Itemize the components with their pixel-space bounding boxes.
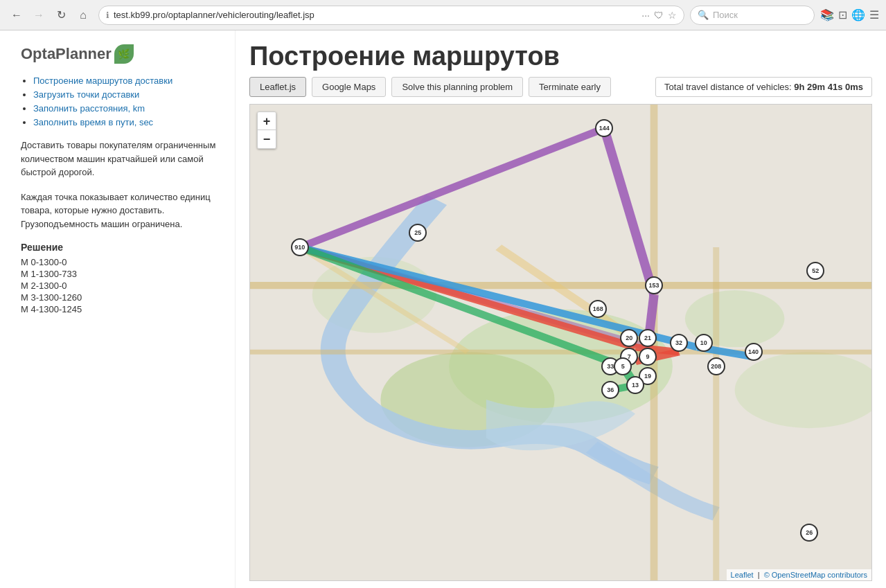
main-container: OptaPlanner 🌿 Построение маршрутов доста… [0,30,886,588]
distance-value: 9h 29m 41s 0ms [794,82,863,92]
distance-label: Total travel distance of vehicles: [664,82,792,92]
more-icon: ··· [641,10,650,21]
tab-gmaps[interactable]: Google Maps [312,77,386,97]
marker-52[interactable]: 52 [806,262,824,280]
solution-item: М 0-1300-0 [21,257,221,267]
map-background: + − 144 910 25 168 153 52 32 10 21 20 7 … [250,105,871,580]
logo-leaf-icon: 🌿 [114,44,134,64]
nav-link-distances[interactable]: Заполнить расстояния, km [33,103,145,114]
solution-item: М 2-1300-0 [21,280,221,291]
tab-leaflet[interactable]: Leaflet.js [249,77,306,97]
lock-icon: ℹ [106,10,109,20]
search-bar[interactable]: 🔍 Поиск [690,6,815,25]
nav-link-item: Заполнить время в пути, sec [33,116,221,127]
marker-5[interactable]: 5 [614,357,632,375]
solution-item: М 1-1300-733 [21,269,221,279]
nav-link-item: Загрузить точки доставки [33,89,221,100]
layout-icon[interactable]: ⊡ [838,8,847,21]
marker-26[interactable]: 26 [800,524,818,542]
nav-buttons: ← → ↻ ⌂ [7,6,93,25]
refresh-button[interactable]: ↻ [51,6,71,25]
terminate-button[interactable]: Terminate early [529,77,611,97]
solution-item: М 4-1300-1245 [21,304,221,314]
nav-link-load[interactable]: Загрузить точки доставки [33,89,139,100]
osm-link[interactable]: © OpenStreetMap contributors [764,571,867,579]
address-bar-icons: ··· 🛡 ☆ [641,10,677,21]
marker-144[interactable]: 144 [595,119,613,137]
controls-bar: Leaflet.js Google Maps Solve this planni… [236,77,886,104]
back-button[interactable]: ← [7,6,26,25]
marker-36[interactable]: 36 [601,381,619,399]
browser-chrome: ← → ↻ ⌂ ℹ test.kb99.pro/optaplanner/vehi… [0,0,886,30]
marker-9[interactable]: 9 [639,348,657,366]
browser-toolbar: 📚 ⊡ 🌐 ☰ [820,8,879,21]
address-bar[interactable]: ℹ test.kb99.pro/optaplanner/vehiclerouti… [98,6,684,25]
page-title: Построение маршрутов [236,30,886,77]
star-icon: ☆ [668,10,677,21]
marker-13[interactable]: 13 [626,376,644,394]
sidebar: OptaPlanner 🌿 Построение маршрутов доста… [0,30,236,588]
nav-link-time[interactable]: Заполнить время в пути, sec [33,117,153,127]
solution-label: Решение [21,242,221,253]
marker-168[interactable]: 168 [589,300,607,318]
zoom-controls: + − [257,112,276,149]
logo-text: OptaPlanner [21,45,112,63]
zoom-in-button[interactable]: + [258,112,276,130]
description-1: Доставить товары покупателям ограниченны… [21,139,221,179]
nav-link-item: Построение маршрутов доставки [33,75,221,86]
forward-button[interactable]: → [29,6,48,25]
zoom-out-button[interactable]: − [258,130,276,148]
logo: OptaPlanner 🌿 [21,44,221,64]
leaflet-link[interactable]: Leaflet [731,571,754,579]
description-2: Каждая точка показывает количество едини… [21,190,221,231]
solve-button[interactable]: Solve this planning problem [391,77,523,97]
marker-10[interactable]: 10 [695,334,713,352]
home-button[interactable]: ⌂ [73,6,93,25]
marker-25[interactable]: 25 [409,224,427,242]
nav-link-routes[interactable]: Построение маршрутов доставки [33,75,172,86]
url-text: test.kb99.pro/optaplanner/vehiclerouting… [114,10,637,20]
map-container[interactable]: + − 144 910 25 168 153 52 32 10 21 20 7 … [249,104,872,581]
marker-140[interactable]: 140 [745,343,763,361]
map-svg [250,105,871,580]
marker-32[interactable]: 32 [670,334,688,352]
search-icon: 🔍 [698,10,709,20]
library-icon[interactable]: 📚 [820,8,834,21]
marker-153[interactable]: 153 [645,276,663,294]
bookmark-icon: 🛡 [654,10,664,21]
solution-item: М 3-1300-1260 [21,292,221,303]
nav-links: Построение маршрутов доставки Загрузить … [21,75,221,127]
solution-section: Решение М 0-1300-0 М 1-1300-733 М 2-1300… [21,242,221,314]
marker-208[interactable]: 208 [707,357,725,375]
distance-badge: Total travel distance of vehicles: 9h 29… [655,77,872,97]
nav-link-item: Заполнить расстояния, km [33,103,221,114]
menu-icon[interactable]: ☰ [869,8,879,21]
marker-20[interactable]: 20 [620,329,638,347]
map-attribution: Leaflet | © OpenStreetMap contributors [727,569,871,580]
lang-icon[interactable]: 🌐 [851,8,865,21]
solution-list: М 0-1300-0 М 1-1300-733 М 2-1300-0 М 3-1… [21,257,221,314]
marker-910[interactable]: 910 [291,238,309,256]
marker-21[interactable]: 21 [639,329,657,347]
right-panel: Построение маршрутов Leaflet.js Google M… [236,30,886,588]
